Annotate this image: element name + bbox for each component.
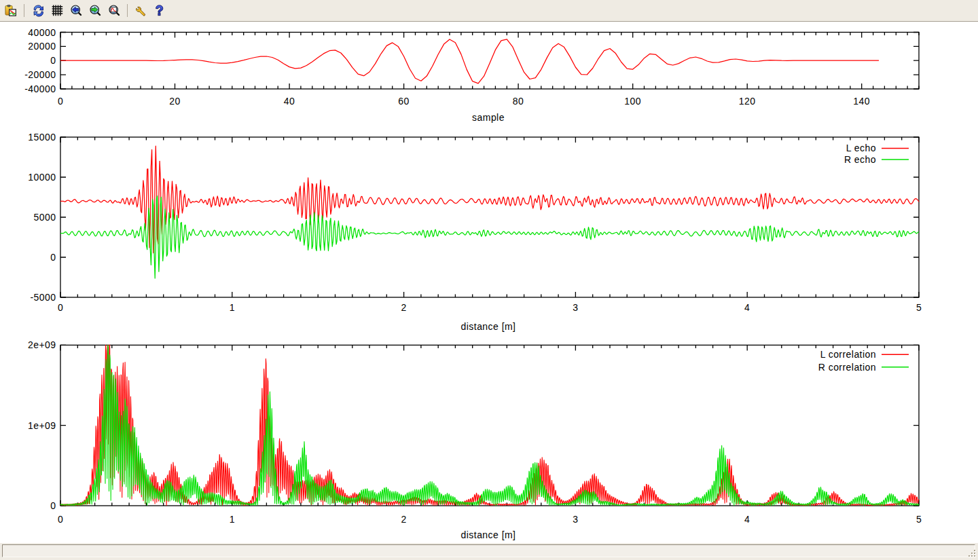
svg-text:4: 4 (744, 514, 750, 525)
svg-text:100: 100 (624, 96, 641, 107)
svg-text:1: 1 (230, 514, 235, 525)
svg-text:0: 0 (50, 55, 56, 66)
svg-text:3: 3 (573, 302, 578, 313)
svg-text:R correlation: R correlation (818, 362, 876, 373)
svg-text:2: 2 (401, 302, 406, 313)
svg-text:20000: 20000 (28, 41, 56, 52)
svg-text:0: 0 (50, 500, 56, 511)
svg-text:0: 0 (58, 96, 63, 107)
svg-text:distance [m]: distance [m] (461, 321, 516, 332)
svg-text:2e+09: 2e+09 (28, 339, 56, 350)
svg-text:3: 3 (573, 514, 578, 525)
svg-text:R echo: R echo (844, 154, 876, 165)
svg-text:L correlation: L correlation (820, 349, 876, 360)
svg-text:sample: sample (472, 112, 505, 123)
svg-text:60: 60 (398, 96, 409, 107)
svg-text:120: 120 (739, 96, 756, 107)
svg-text:L echo: L echo (846, 143, 876, 153)
svg-text:2: 2 (401, 514, 406, 525)
svg-text:5000: 5000 (34, 212, 56, 223)
svg-text:10000: 10000 (28, 172, 56, 183)
svg-text:0: 0 (50, 252, 56, 263)
svg-text:40000: 40000 (28, 27, 56, 38)
svg-text:5: 5 (916, 514, 922, 525)
svg-text:0: 0 (58, 514, 63, 525)
svg-text:-40000: -40000 (24, 83, 56, 94)
svg-text:140: 140 (853, 96, 870, 107)
svg-text:5: 5 (916, 302, 922, 313)
svg-text:20: 20 (169, 96, 180, 107)
svg-text:80: 80 (513, 96, 524, 107)
svg-text:1e+09: 1e+09 (28, 420, 56, 431)
svg-text:-5000: -5000 (30, 292, 56, 303)
svg-text:distance [m]: distance [m] (461, 529, 516, 540)
svg-text:1: 1 (230, 302, 235, 313)
svg-text:-20000: -20000 (24, 69, 56, 80)
svg-text:15000: 15000 (28, 132, 56, 143)
svg-text:40: 40 (284, 96, 295, 107)
svg-text:4: 4 (744, 302, 750, 313)
svg-text:0: 0 (58, 302, 63, 313)
